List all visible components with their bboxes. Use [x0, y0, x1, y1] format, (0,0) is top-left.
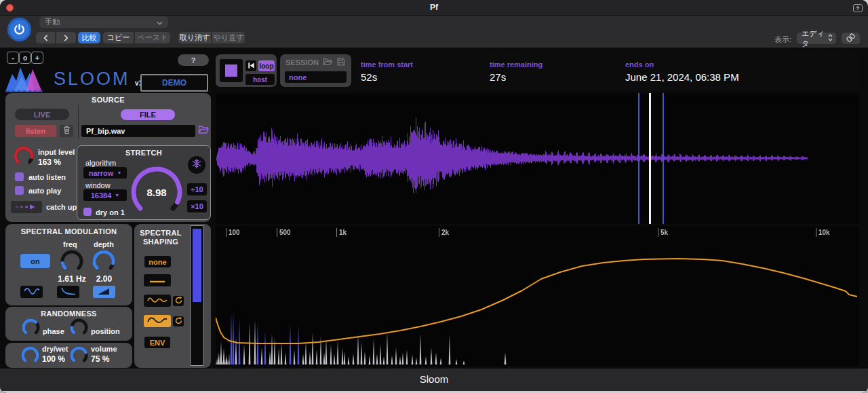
undo-button[interactable]: 取り消す	[178, 32, 212, 43]
view-dropdown[interactable]: エディタ	[797, 33, 836, 44]
shaping-random-curve-button[interactable]	[144, 295, 171, 307]
input-level-knob[interactable]	[14, 146, 34, 166]
redo-button[interactable]: やり直す	[212, 32, 245, 43]
mod-shape-sine-button[interactable]	[20, 286, 43, 298]
loop-start-marker[interactable]	[638, 93, 639, 224]
spectrum-canvas	[216, 226, 859, 367]
phase-knob[interactable]	[22, 318, 40, 337]
catch-up-button[interactable]	[11, 201, 42, 213]
shaping-title-line1: SPECTRAL	[134, 229, 187, 237]
link-icon	[846, 33, 855, 43]
open-file-button[interactable]	[197, 125, 210, 137]
mod-shape-ramp-button[interactable]	[93, 286, 115, 298]
stretch-panel: STRETCH algorithm narrow▼ window 16384▼ …	[77, 145, 211, 220]
listen-button[interactable]: listen	[15, 125, 56, 137]
ramp-up-icon	[96, 286, 113, 298]
view-value: エディタ	[802, 29, 831, 49]
depth-knob[interactable]	[92, 250, 115, 273]
popout-icon[interactable]	[853, 3, 863, 15]
loop-button[interactable]: loop	[258, 60, 275, 71]
session-load-button[interactable]	[322, 57, 333, 67]
zoom-in-button[interactable]: +	[31, 52, 43, 64]
shaping-env-button[interactable]: ENV	[144, 337, 170, 348]
playhead-marker[interactable]	[649, 93, 651, 224]
volume-label: volume	[91, 345, 117, 353]
window-value: 16384	[91, 191, 112, 200]
mod-shape-decay-button[interactable]	[57, 286, 79, 298]
source-title: SOURCE	[5, 96, 211, 104]
spectrum-display[interactable]: 100 500 1k 2k 5k 10k	[216, 226, 859, 367]
divide-10-button[interactable]: ÷10	[187, 183, 207, 195]
auto-play-label: auto play	[28, 187, 61, 195]
shaping-amount-slider[interactable]	[190, 225, 204, 366]
host-button[interactable]: host	[245, 74, 275, 85]
compare-button[interactable]: 比較	[78, 32, 100, 43]
session-title: SESSION	[285, 58, 319, 67]
view-label: 表示:	[774, 35, 791, 45]
preset-name: 手動	[45, 17, 60, 27]
algorithm-value: narrow	[89, 169, 114, 177]
shaping-flat-button[interactable]	[144, 274, 171, 286]
auto-listen-checkbox[interactable]	[15, 172, 24, 181]
filename-field[interactable]: Pf_bip.wav	[81, 125, 195, 137]
updown-chevrons-icon	[828, 34, 833, 43]
file-button[interactable]: FILE	[121, 109, 175, 120]
volume-knob[interactable]	[70, 346, 88, 364]
auto-play-checkbox[interactable]	[15, 186, 24, 195]
source-divider	[78, 105, 79, 139]
position-knob[interactable]	[70, 318, 88, 337]
dry-wet-knob[interactable]	[21, 346, 39, 364]
freq-knob[interactable]	[60, 250, 83, 273]
prev-preset-button[interactable]	[36, 32, 56, 43]
link-button[interactable]	[842, 33, 860, 44]
ends-on-value: June 21, 2024, 06:38 PM	[625, 71, 739, 83]
rerandomize-button-1[interactable]	[173, 296, 184, 306]
power-button[interactable]	[7, 18, 31, 41]
zoom-reset-button[interactable]: o	[19, 52, 31, 64]
position-label: position	[91, 327, 120, 335]
modulation-on-button[interactable]: on	[20, 254, 50, 268]
folder-icon	[198, 125, 209, 137]
zoom-out-button[interactable]: -	[7, 52, 19, 64]
ends-on-label: ends on	[625, 60, 654, 69]
multiply-10-button[interactable]: ×10	[187, 200, 207, 212]
titlebar: Pf	[0, 0, 868, 16]
window-title: Pf	[0, 3, 868, 12]
algorithm-dropdown[interactable]: narrow▼	[83, 167, 127, 179]
freq-label: freq	[63, 240, 77, 248]
stop-icon	[225, 64, 237, 77]
time-remaining-label: time remaining	[490, 60, 542, 69]
volume-value: 75 %	[91, 354, 109, 364]
freeze-button[interactable]	[188, 156, 205, 174]
dry-on-1-checkbox[interactable]	[83, 208, 92, 216]
depth-label: depth	[94, 240, 114, 248]
refresh-icon	[175, 297, 182, 305]
skip-to-start-button[interactable]	[245, 60, 256, 71]
source-panel: SOURCE LIVE FILE listen Pf_bip.wav input…	[5, 93, 211, 222]
preset-dropdown[interactable]: 手動	[39, 16, 168, 28]
catch-up-label: catch up	[46, 203, 77, 211]
depth-value: 2.00	[85, 274, 123, 284]
paste-button[interactable]: ペースト	[135, 32, 170, 43]
session-name-field[interactable]: none	[285, 71, 347, 83]
next-preset-button[interactable]	[56, 32, 76, 43]
loop-end-marker[interactable]	[663, 93, 664, 224]
algorithm-label: algorithm	[85, 159, 116, 167]
spectral-modulation-title: SPECTRAL MODULATION	[5, 227, 132, 236]
session-save-button[interactable]	[336, 57, 346, 67]
sine-wave-icon	[24, 286, 40, 298]
window-dropdown[interactable]: 16384▼	[83, 189, 127, 201]
copy-button[interactable]: コピー	[103, 32, 134, 43]
help-button[interactable]: ?	[178, 54, 209, 66]
waveform-display[interactable]	[216, 93, 859, 224]
shaping-none-button[interactable]: none	[144, 256, 171, 267]
clear-file-button[interactable]	[60, 125, 73, 137]
stop-button[interactable]	[220, 59, 243, 82]
rerandomize-button-2[interactable]	[173, 316, 184, 326]
skip-back-icon	[248, 60, 255, 72]
live-button[interactable]: LIVE	[15, 109, 69, 120]
demo-badge[interactable]: DEMO	[140, 74, 208, 92]
shaping-smooth-curve-button[interactable]	[144, 315, 171, 327]
time-from-start-value: 52s	[361, 71, 377, 83]
randomness-title: RANDOMNESS	[5, 310, 132, 318]
